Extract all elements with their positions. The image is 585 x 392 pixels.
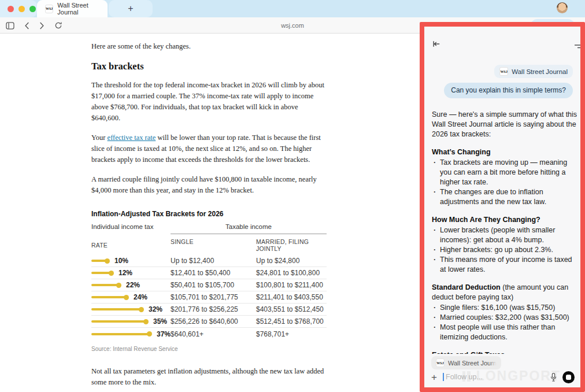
assistant-sections: What’s Changing Tax brackets are moving … (432, 147, 580, 354)
panel-header (424, 27, 580, 52)
rate-bar (91, 272, 111, 274)
column-header-single: SINGLE (171, 238, 256, 252)
ai-assistant-panel: WSJ Wall Street Journal Can you explain … (420, 22, 585, 392)
chat-thread: WSJ Wall Street Journal Can you explain … (424, 27, 580, 354)
panel-menu-icon[interactable] (575, 42, 580, 52)
attach-plus-button[interactable]: + (431, 372, 443, 382)
section-heading: How Much Are They Changing? (432, 215, 580, 225)
rate-value: 12% (119, 269, 132, 277)
section-heading-bold: Standard Deduction (432, 283, 501, 291)
rate-bar-dot (143, 319, 149, 324)
close-window-button[interactable] (8, 6, 14, 12)
section-heading: What’s Changing (432, 147, 580, 157)
rate-bar (91, 296, 126, 298)
rate-bar-dot (124, 295, 129, 300)
table-row: 37% $640,601+ $768,701+ (91, 328, 327, 340)
rate-bar-dot (147, 331, 152, 336)
assistant-section: How Much Are They Changing? Lower bracke… (432, 215, 580, 275)
text-cursor (443, 373, 444, 381)
effective-tax-rate-link[interactable]: effective tax rate (108, 134, 156, 142)
rate-value: 10% (114, 257, 128, 265)
paragraph-text: Your (91, 134, 108, 142)
rate-value: 22% (126, 281, 140, 289)
input-placeholder: Follow up... (445, 373, 483, 381)
sidebar-toggle-icon[interactable] (6, 22, 14, 29)
married-range: $768,701+ (256, 330, 327, 338)
single-range: $50,401 to $105,700 (171, 281, 256, 289)
microphone-icon[interactable] (547, 372, 559, 382)
browser-tab[interactable]: WSJ Wall Street Journal (37, 0, 108, 17)
bullet-item: This means more of your income is taxed … (432, 255, 580, 275)
rate-bar-dot (116, 283, 121, 288)
minimize-window-button[interactable] (18, 6, 25, 12)
bullet-item: Married couples: $32,200 (was $31,500) (432, 313, 580, 323)
rate-bar-dot (139, 307, 144, 312)
new-tab-zone: + (109, 0, 153, 17)
article-paragraph: The threshold for the top federal income… (91, 80, 327, 124)
zoom-window-button[interactable] (29, 6, 36, 12)
single-range: $12,401 to $50,400 (171, 269, 256, 277)
forward-icon[interactable] (39, 22, 45, 29)
single-range: $105,701 to $201,775 (171, 293, 256, 301)
user-avatar[interactable] (557, 2, 568, 13)
follow-up-input[interactable]: Follow up... (443, 373, 547, 381)
section-bullets: Single filers: $16,100 (was $15,750)Marr… (432, 303, 580, 342)
table-row: 12% $12,401 to $50,400 $24,801 to $100,8… (91, 267, 327, 279)
table-title: Inflation-Adjusted Tax Brackets for 2026 (91, 210, 327, 218)
reload-icon[interactable] (54, 21, 62, 29)
table-row: 22% $50,401 to $105,700 $100,801 to $211… (91, 279, 327, 291)
footer-chip-label: Wall Street Journal (448, 360, 497, 367)
table-rows: 10% Up to $12,400 Up to $24,800 12% $12,… (91, 255, 327, 340)
rate-bar (91, 333, 149, 335)
married-range: Up to $24,800 (256, 257, 327, 265)
table-group-left: Individual income tax (91, 223, 171, 234)
married-range: $403,551 to $512,450 (256, 305, 327, 313)
footer-context-chip[interactable]: WSJ Wall Street Journal (431, 356, 501, 369)
assistant-section: What’s Changing Tax brackets are moving … (432, 147, 580, 207)
single-range: $640,601+ (171, 330, 256, 338)
panel-footer: LONGPORT WSJ Wall Street Journal + Follo… (424, 354, 580, 387)
table-row: 32% $201,776 to $256,225 $403,551 to $51… (91, 304, 327, 316)
married-range: $100,801 to $211,400 (256, 281, 327, 289)
back-icon[interactable] (24, 22, 29, 29)
table-source: Source: Internal Revenue Service (91, 346, 327, 352)
section-bullets: Tax brackets are moving up — meaning you… (432, 158, 580, 207)
rate-bar (91, 320, 146, 323)
context-chip-label: Wall Street Journal (512, 68, 568, 75)
rate-bar (91, 284, 119, 286)
article-intro: Here are some of the key changes. (91, 41, 327, 52)
bullet-item: The changes are due to inflation adjustm… (432, 187, 580, 207)
assistant-intro: Sure — here's a simple summary of what t… (432, 110, 580, 139)
bullet-item: Higher brackets: go up about 2.3%. (432, 245, 580, 255)
column-header-rate: RATE (91, 238, 171, 252)
single-range: Up to $12,400 (171, 257, 256, 265)
new-tab-button[interactable]: + (128, 4, 133, 13)
section-heading-tax-brackets: Tax brackets (91, 61, 327, 72)
section-heading-bold: How Much Are They Changing? (432, 216, 540, 224)
window-controls (0, 0, 37, 17)
rate-value: 24% (134, 293, 147, 301)
user-message-bubble: Can you explain this in simple terms? (444, 83, 573, 98)
married-range: $512,451 to $768,700 (256, 317, 327, 326)
rate-bar (91, 260, 107, 262)
wsj-favicon: WSJ (45, 5, 53, 13)
married-range: $24,801 to $100,800 (256, 269, 327, 277)
rate-value: 35% (153, 317, 167, 326)
table-group-right: Taxable income (171, 223, 327, 234)
rate-value: 32% (149, 305, 162, 313)
married-range: $211,401 to $403,550 (256, 293, 327, 301)
context-source-chip[interactable]: WSJ Wall Street Journal (494, 65, 573, 78)
rate-bar-dot (109, 271, 114, 276)
section-bullets: Lower brackets (people with smaller inco… (432, 225, 580, 275)
collapse-panel-icon[interactable] (432, 40, 440, 50)
url-field[interactable]: wsj.com (281, 17, 304, 34)
article-paragraph: Your effective tax rate will be lower th… (91, 132, 327, 165)
wsj-logo-icon: WSJ (499, 67, 508, 76)
bullet-item: Tax brackets are moving up — meaning you… (432, 158, 580, 187)
article-paragraph: A married couple filing jointly could ha… (91, 174, 327, 196)
assistant-message: Sure — here's a simple summary of what t… (432, 110, 580, 354)
wsj-logo-icon: WSJ (436, 358, 445, 367)
rate-bar (91, 308, 141, 310)
column-header-married: MARRIED, FILING JOINTLY (256, 238, 327, 252)
stop-button[interactable] (562, 371, 575, 383)
